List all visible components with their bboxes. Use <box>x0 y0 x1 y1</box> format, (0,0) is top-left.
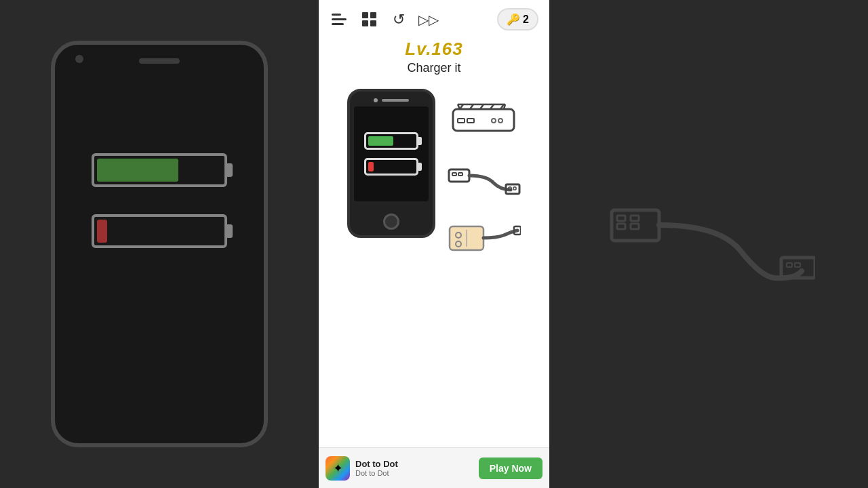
play-icon-shape: ▷▷ <box>418 12 439 28</box>
bg-left-panel <box>0 0 319 488</box>
usb-cable-item[interactable] <box>446 152 521 200</box>
svg-rect-2 <box>617 224 625 229</box>
svg-rect-4 <box>631 224 639 229</box>
game-area <box>319 89 549 447</box>
bg-phone-speaker <box>139 58 180 64</box>
phone-body <box>347 89 435 238</box>
grid-icon[interactable] <box>359 10 378 29</box>
phone-speaker <box>382 99 409 102</box>
phone-battery-fill-red <box>368 162 374 171</box>
level-number: Lv.163 <box>405 39 463 60</box>
svg-rect-7 <box>795 263 800 267</box>
bg-battery-fill-green <box>97 159 178 182</box>
phone-battery-high <box>364 132 418 150</box>
top-nav: ↺ ▷▷ 🔑 2 <box>319 0 549 36</box>
svg-rect-23 <box>458 173 462 176</box>
phone-top-bar <box>374 98 409 102</box>
power-adapter-svg <box>446 211 521 256</box>
items-column <box>446 89 521 257</box>
bg-phone <box>51 41 268 447</box>
ad-banner: ✦ Dot to Dot Dot to Dot Play Now <box>319 447 549 488</box>
svg-rect-18 <box>467 119 474 123</box>
play-icon[interactable]: ▷▷ <box>419 10 438 29</box>
ad-app-icon: ✦ <box>326 456 350 481</box>
lines-icon-shape <box>332 14 347 25</box>
key-icon: 🔑 <box>507 13 520 26</box>
menu-icon[interactable] <box>330 10 349 29</box>
hint-button[interactable]: 🔑 2 <box>497 8 538 30</box>
phone-illustration[interactable] <box>347 89 435 238</box>
svg-rect-17 <box>458 119 465 123</box>
main-panel: ↺ ▷▷ 🔑 2 Lv.163 Charger it <box>319 0 549 488</box>
phone-camera-dot <box>374 98 378 102</box>
ad-texts: Dot to Dot Dot to Dot <box>355 459 398 477</box>
ad-app-name: Dot to Dot <box>355 459 398 469</box>
usb-cable-svg <box>446 156 521 197</box>
undo-icon[interactable]: ↺ <box>389 10 408 29</box>
puzzle-title: Charger it <box>407 61 460 75</box>
nav-icons-left: ↺ ▷▷ <box>330 10 438 29</box>
ad-left: ✦ Dot to Dot Dot to Dot <box>326 456 398 481</box>
svg-rect-6 <box>787 263 792 267</box>
play-now-button[interactable]: Play Now <box>479 458 542 479</box>
svg-rect-26 <box>513 187 516 190</box>
ad-app-subtitle: Dot to Dot <box>355 469 398 477</box>
phone-battery-low <box>364 158 418 176</box>
svg-rect-8 <box>453 109 514 131</box>
bg-battery-green <box>92 153 227 187</box>
svg-rect-1 <box>617 216 625 221</box>
undo-icon-shape: ↺ <box>393 11 405 28</box>
hint-count: 2 <box>523 14 529 26</box>
phone-screen <box>354 106 429 201</box>
power-adapter-item[interactable] <box>446 209 521 257</box>
power-bank-svg <box>450 101 517 138</box>
grid-icon-shape <box>362 12 376 26</box>
svg-point-20 <box>498 119 502 123</box>
bg-battery-red <box>92 214 227 248</box>
bg-usb-cable <box>598 156 815 332</box>
phone-battery-fill-green <box>368 136 393 146</box>
svg-rect-22 <box>452 173 456 176</box>
bg-right-panel <box>545 0 868 488</box>
svg-rect-3 <box>631 216 639 221</box>
bg-battery-fill-red <box>97 220 107 243</box>
bg-phone-dot <box>75 55 83 63</box>
svg-point-19 <box>492 119 496 123</box>
phone-home-button <box>383 214 399 230</box>
power-bank-item[interactable] <box>446 96 521 143</box>
